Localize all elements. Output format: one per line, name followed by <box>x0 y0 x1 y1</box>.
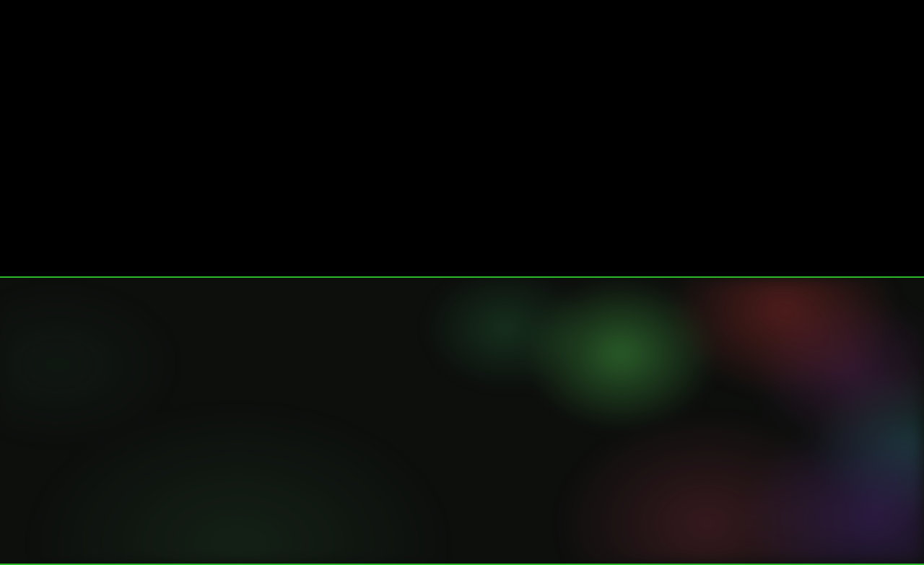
htop-terminal-top <box>0 0 924 276</box>
htop-terminal-bottom <box>0 276 924 565</box>
wallpaper-background <box>0 278 924 564</box>
screen <box>0 0 924 565</box>
